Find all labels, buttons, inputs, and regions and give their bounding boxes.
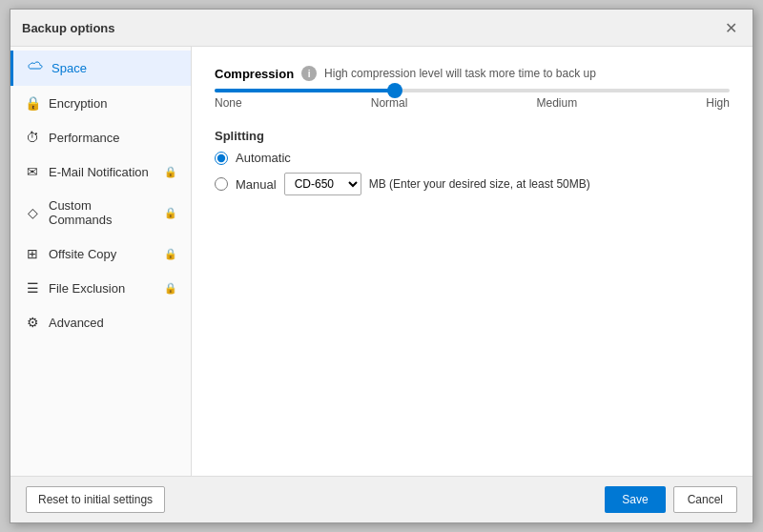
- automatic-radio[interactable]: [215, 152, 228, 165]
- offsite-copy-icon: ⊞: [24, 246, 41, 261]
- lock-icon-email-notification: 🔒: [164, 166, 177, 178]
- sidebar-item-space[interactable]: Space: [10, 51, 191, 86]
- sidebar-label-file-exclusion: File Exclusion: [49, 281, 125, 296]
- sidebar-label-space: Space: [52, 61, 87, 75]
- custom-commands-icon: ◇: [24, 205, 41, 220]
- slider-label-high: High: [706, 96, 730, 110]
- email-notification-icon: ✉: [24, 164, 41, 179]
- sidebar-label-advanced: Advanced: [49, 316, 104, 330]
- splitting-radio-group: Automatic Manual CD-650 CD-700 DVD-4.7 D…: [215, 151, 730, 195]
- compression-label: Compression: [215, 67, 294, 81]
- manual-label: Manual: [236, 177, 277, 192]
- splitting-section: Splitting Automatic Manual CD-650 CD-700…: [215, 129, 730, 195]
- lock-icon-offsite-copy: 🔒: [164, 248, 177, 260]
- sidebar-label-offsite-copy: Offsite Copy: [49, 247, 116, 261]
- automatic-label: Automatic: [236, 151, 291, 165]
- cancel-button[interactable]: Cancel: [673, 486, 737, 513]
- splitting-title: Splitting: [215, 129, 730, 143]
- main-panel: Compression i High compression level wil…: [192, 47, 753, 476]
- sidebar-item-email-notification[interactable]: ✉E-Mail Notification🔒: [10, 154, 191, 189]
- automatic-radio-row: Automatic: [215, 151, 730, 165]
- manual-suffix-text: MB (Enter your desired size, at least 50…: [369, 177, 590, 191]
- performance-icon: ⏱: [24, 130, 41, 145]
- dialog-title: Backup options: [22, 21, 115, 35]
- sidebar-item-file-exclusion[interactable]: ☰File Exclusion🔒: [10, 271, 191, 305]
- info-icon[interactable]: i: [301, 66, 317, 81]
- space-icon: [27, 60, 44, 76]
- sidebar-item-custom-commands[interactable]: ◇Custom Commands🔒: [10, 189, 191, 236]
- sidebar-label-custom-commands: Custom Commands: [49, 198, 156, 227]
- sidebar: Space🔒Encryption⏱Performance✉E-Mail Noti…: [10, 47, 192, 476]
- sidebar-item-offsite-copy[interactable]: ⊞Offsite Copy🔒: [10, 236, 191, 271]
- title-bar: Backup options ✕: [10, 10, 753, 47]
- slider-label-medium: Medium: [537, 96, 578, 110]
- advanced-icon: ⚙: [24, 315, 41, 330]
- close-button[interactable]: ✕: [720, 17, 741, 38]
- backup-options-dialog: Backup options ✕ Space🔒Encryption⏱Perfor…: [10, 9, 753, 523]
- sidebar-item-advanced[interactable]: ⚙Advanced: [10, 305, 191, 339]
- compression-row: Compression i High compression level wil…: [215, 66, 730, 81]
- encryption-icon: 🔒: [24, 95, 41, 111]
- compression-slider-labels: None Normal Medium High: [215, 96, 730, 110]
- sidebar-label-email-notification: E-Mail Notification: [49, 165, 149, 179]
- compression-slider-fill: [215, 89, 395, 92]
- manual-size-select[interactable]: CD-650 CD-700 DVD-4.7 DVD-8.5 1 GB 2 GB …: [284, 173, 361, 195]
- lock-icon-file-exclusion: 🔒: [164, 282, 177, 295]
- dialog-footer: Reset to initial settings Save Cancel: [10, 476, 753, 522]
- compression-slider-container: None Normal Medium High: [215, 89, 730, 110]
- sidebar-item-performance[interactable]: ⏱Performance: [10, 120, 191, 154]
- footer-actions: Save Cancel: [605, 486, 737, 513]
- dialog-content: Space🔒Encryption⏱Performance✉E-Mail Noti…: [10, 47, 753, 476]
- slider-label-normal: Normal: [371, 96, 408, 110]
- sidebar-item-encryption[interactable]: 🔒Encryption: [10, 86, 191, 120]
- lock-icon-custom-commands: 🔒: [164, 207, 177, 219]
- slider-label-none: None: [215, 96, 242, 110]
- compression-info-text: High compression level will task more ti…: [324, 67, 596, 80]
- compression-slider-track[interactable]: [215, 89, 730, 92]
- manual-radio-row: Manual CD-650 CD-700 DVD-4.7 DVD-8.5 1 G…: [215, 173, 730, 195]
- manual-radio[interactable]: [215, 177, 228, 191]
- reset-button[interactable]: Reset to initial settings: [26, 486, 165, 513]
- save-button[interactable]: Save: [605, 486, 665, 513]
- file-exclusion-icon: ☰: [24, 280, 41, 296]
- sidebar-label-performance: Performance: [49, 131, 119, 145]
- sidebar-label-encryption: Encryption: [49, 96, 107, 111]
- compression-slider-thumb[interactable]: [387, 83, 402, 98]
